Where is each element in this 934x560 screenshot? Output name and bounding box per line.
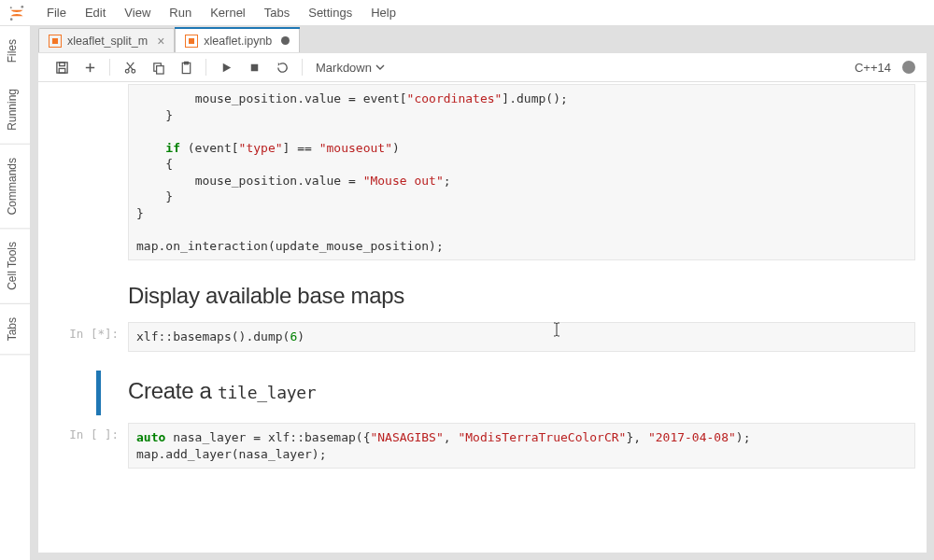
menu-file[interactable]: File	[37, 2, 76, 23]
svg-rect-5	[59, 68, 65, 73]
toolbar-separator	[109, 59, 110, 76]
svg-point-1	[10, 18, 13, 21]
cell-prompt: In [ ]:	[50, 423, 128, 469]
jupyter-logo	[6, 2, 28, 24]
close-icon[interactable]: ×	[153, 34, 164, 49]
insert-cell-button[interactable]	[78, 56, 102, 78]
run-cell-button[interactable]	[214, 56, 238, 78]
menu-edit[interactable]: Edit	[76, 2, 115, 23]
cell-selection-indicator	[96, 371, 101, 415]
code-cell[interactable]: In [*]: xlf::basemaps().dump(6)	[38, 320, 927, 354]
code-cell[interactable]: In [ ]: auto nasa_layer = xlf::basemap({…	[38, 421, 927, 470]
chevron-down-icon	[375, 63, 385, 72]
menu-settings[interactable]: Settings	[299, 2, 361, 23]
sidebar-tab-cell-tools[interactable]: Cell Tools	[0, 229, 30, 304]
cell-prompt	[50, 84, 128, 260]
markdown-heading: Create a tile_layer	[128, 378, 915, 404]
svg-point-9	[131, 69, 134, 73]
left-sidebar: Files Running Commands Cell Tools Tabs	[0, 26, 31, 560]
kernel-name-label[interactable]: C++14	[855, 61, 891, 75]
menu-view[interactable]: View	[115, 2, 160, 23]
cell-prompt	[50, 372, 128, 413]
notebook-icon	[185, 35, 198, 48]
svg-rect-13	[156, 65, 163, 73]
unsaved-indicator-icon	[281, 36, 290, 45]
code-cell[interactable]: mouse_position.value = event["coordinate…	[38, 82, 927, 262]
kernel-status-icon[interactable]	[902, 61, 915, 74]
restart-kernel-button[interactable]	[270, 56, 294, 78]
svg-marker-16	[222, 63, 230, 71]
code-input[interactable]: auto nasa_layer = xlf::basemap({"NASAGIB…	[128, 423, 915, 469]
code-input[interactable]: mouse_position.value = event["coordinate…	[128, 84, 915, 260]
menu-run[interactable]: Run	[160, 2, 201, 23]
markdown-heading: Display available base maps	[128, 283, 915, 309]
svg-rect-17	[250, 63, 258, 71]
svg-point-2	[10, 7, 12, 8]
document-tab-bar: xleaflet_split_m × xleaflet.ipynb	[31, 26, 934, 52]
notebook-cells[interactable]: mouse_position.value = event["coordinate…	[38, 82, 927, 553]
code-input[interactable]: xlf::basemaps().dump(6)	[128, 322, 915, 352]
svg-line-10	[126, 62, 133, 69]
sidebar-tab-tabs[interactable]: Tabs	[0, 304, 30, 355]
sidebar-tab-running[interactable]: Running	[0, 76, 30, 145]
document-tab[interactable]: xleaflet_split_m ×	[38, 28, 175, 52]
svg-point-8	[125, 69, 129, 73]
sidebar-tab-commands[interactable]: Commands	[0, 145, 30, 229]
cell-prompt	[50, 277, 128, 318]
sidebar-tab-files[interactable]: Files	[0, 26, 30, 76]
svg-point-0	[21, 6, 24, 8]
menu-tabs[interactable]: Tabs	[255, 2, 299, 23]
paste-button[interactable]	[174, 56, 198, 78]
document-tab-label: xleaflet_split_m	[67, 35, 148, 48]
document-tab-label: xleaflet.ipynb	[204, 35, 272, 48]
menu-kernel[interactable]: Kernel	[201, 2, 255, 23]
save-button[interactable]	[50, 56, 74, 78]
cell-prompt: In [*]:	[50, 322, 128, 352]
menu-bar: File Edit View Run Kernel Tabs Settings …	[0, 0, 934, 26]
main-panel: xleaflet_split_m × xleaflet.ipynb	[31, 26, 934, 560]
cut-button[interactable]	[118, 56, 142, 78]
svg-rect-4	[59, 62, 64, 65]
menu-help[interactable]: Help	[361, 2, 405, 23]
svg-line-11	[127, 62, 134, 69]
cell-type-dropdown[interactable]: Markdown	[310, 59, 390, 77]
markdown-cell-selected[interactable]: Create a tile_layer	[38, 371, 927, 415]
cell-type-label: Markdown	[316, 61, 372, 75]
interrupt-kernel-button[interactable]	[242, 56, 266, 78]
markdown-cell[interactable]: Display available base maps	[38, 275, 927, 320]
toolbar-separator	[205, 59, 206, 76]
notebook-icon	[49, 35, 62, 48]
toolbar-separator	[302, 59, 303, 76]
notebook-toolbar: Markdown C++14	[38, 52, 927, 82]
copy-button[interactable]	[146, 56, 170, 78]
document-tab-active[interactable]: xleaflet.ipynb	[175, 28, 300, 52]
